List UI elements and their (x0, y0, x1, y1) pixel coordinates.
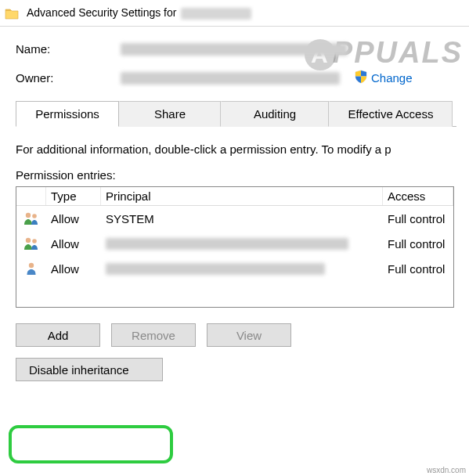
table-body: Allow SYSTEM Full control Allow Full con… (16, 206, 453, 281)
owner-row: Owner: Change (16, 70, 456, 86)
person-icon (16, 261, 46, 276)
change-link-text: Change (371, 71, 413, 85)
table-row[interactable]: Allow SYSTEM Full control (16, 206, 453, 231)
table-header: Type Principal Access (16, 187, 453, 206)
cell-type: Allow (46, 237, 101, 251)
owner-label: Owner: (16, 71, 121, 85)
cell-principal: SYSTEM (101, 212, 383, 225)
svg-point-4 (29, 263, 34, 268)
tab-bar: Permissions Share Auditing Effective Acc… (16, 100, 456, 127)
owner-value-redacted (121, 72, 340, 85)
add-button[interactable]: Add (16, 323, 100, 347)
entry-button-row: Add Remove View (16, 323, 456, 347)
col-header-type[interactable]: Type (46, 187, 101, 205)
svg-point-3 (32, 239, 37, 243)
group-icon (16, 236, 46, 251)
name-value-redacted (121, 43, 348, 56)
name-label: Name: (16, 42, 121, 56)
cell-access: Full control (383, 262, 453, 276)
view-button: View (207, 323, 291, 347)
cell-access: Full control (383, 212, 453, 225)
tab-share[interactable]: Share (119, 101, 221, 127)
col-header-access[interactable]: Access (383, 187, 453, 205)
svg-point-2 (26, 238, 31, 243)
window-title: Advanced Security Settings for (27, 6, 251, 20)
remove-button: Remove (111, 323, 196, 347)
shield-icon (354, 70, 368, 86)
cell-principal-redacted (101, 238, 383, 250)
change-owner-link[interactable]: Change (354, 70, 413, 86)
folder-icon (5, 7, 19, 20)
tab-auditing[interactable]: Auditing (221, 101, 329, 127)
disable-inheritance-button[interactable]: Disable inheritance (16, 358, 163, 381)
cell-type: Allow (46, 212, 101, 225)
title-filename-redacted (181, 8, 251, 20)
col-header-icon[interactable] (16, 187, 46, 205)
highlight-annotation (9, 425, 173, 463)
table-row[interactable]: Allow Full control (16, 231, 453, 256)
titlebar: Advanced Security Settings for (0, 0, 469, 27)
permission-entries-label: Permission entries: (16, 168, 456, 182)
tab-permissions[interactable]: Permissions (16, 101, 119, 127)
tab-effective-access[interactable]: Effective Access (329, 101, 453, 127)
group-icon (16, 211, 46, 225)
name-row: Name: (16, 42, 456, 56)
svg-point-0 (26, 213, 31, 218)
content-area: Name: Owner: Change Permissions Share Au… (0, 27, 469, 394)
col-header-principal[interactable]: Principal (101, 187, 383, 205)
table-row[interactable]: Allow Full control (16, 256, 453, 281)
source-attribution: wsxdn.com (427, 466, 466, 474)
info-text: For additional information, double-click… (16, 142, 456, 156)
svg-point-1 (32, 214, 37, 218)
cell-type: Allow (46, 262, 101, 276)
cell-access: Full control (383, 237, 453, 251)
inheritance-button-row: Disable inheritance (16, 358, 456, 381)
permission-entries-table: Type Principal Access Allow SYSTEM Full … (16, 186, 454, 308)
cell-principal-redacted (101, 263, 383, 275)
